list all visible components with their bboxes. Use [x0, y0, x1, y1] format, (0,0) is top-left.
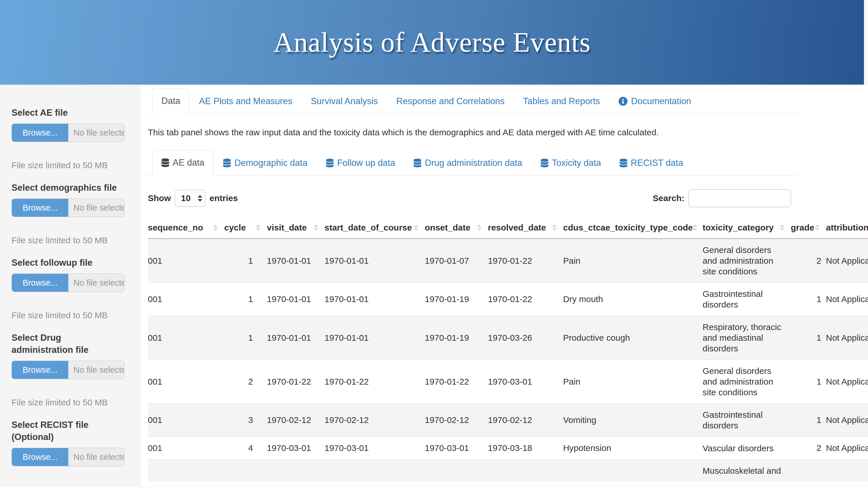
tab-ae-plots-and-measures[interactable]: AE Plots and Measures: [190, 89, 301, 114]
column-header-cycle[interactable]: cycle: [224, 217, 267, 238]
subtab-drug-administration-data[interactable]: Drug administration data: [405, 151, 531, 175]
subtab-toxicity-data[interactable]: Toxicity data: [532, 151, 610, 175]
main-content: Data AE Plots and Measures Survival Anal…: [141, 85, 868, 486]
table-body: 001 1 1970-01-01 1970-01-01 1970-01-07 1…: [148, 238, 868, 482]
cell-visit-date: 1970-01-01: [267, 283, 324, 316]
sort-icon[interactable]: [815, 225, 819, 231]
database-icon: [540, 159, 549, 167]
tab-data[interactable]: Data: [152, 88, 189, 114]
browse-button[interactable]: Browse...: [12, 448, 68, 466]
subtab-ae-data[interactable]: AE data: [152, 150, 213, 175]
select-stepper-icon: [198, 195, 202, 202]
cell-toxicity-category: Respiratory, thoracic and mediastinal di…: [703, 316, 791, 360]
subtab-demographic-data[interactable]: Demographic data: [214, 151, 316, 175]
tab-tables-and-reports[interactable]: Tables and Reports: [515, 89, 609, 114]
file-name-text: No file selected: [68, 124, 124, 142]
page-size-select[interactable]: 10: [175, 190, 206, 207]
cell-attribution: Not Applicable: [826, 360, 868, 404]
sort-icon[interactable]: [477, 225, 482, 231]
subtab-follow-up-data[interactable]: Follow up data: [317, 151, 404, 175]
cell-toxicity-type: Productive cough: [563, 316, 703, 360]
file-name-text: No file selected: [68, 448, 124, 466]
cell-toxicity-type: Vomiting: [563, 404, 703, 437]
followup-file-input[interactable]: Browse... No file selected: [11, 274, 124, 292]
file-size-note: File size limited to 50 MB: [11, 310, 128, 320]
browse-button[interactable]: Browse...: [12, 274, 68, 292]
cell-attribution: Not Applicable: [826, 437, 868, 460]
cell-onset-date: 1970-01-19: [425, 316, 488, 360]
cell-onset-date: 1970-01-07: [425, 238, 488, 283]
cell-start-date-of-course: 1970-03-01: [324, 437, 425, 460]
column-header-visit-date[interactable]: visit_date: [267, 217, 324, 238]
data-subtab-bar: AE data Demographic data Follow up data …: [148, 150, 797, 175]
table-header: sequence_no cycle visit_date start_date_…: [148, 217, 868, 238]
cell-onset-date: [425, 460, 488, 482]
info-circle-icon: [618, 97, 628, 106]
cell-grade: 1: [791, 404, 826, 437]
tab-documentation[interactable]: Documentation: [610, 89, 700, 114]
cell-visit-date: [267, 460, 324, 482]
tab-response-and-correlations[interactable]: Response and Correlations: [388, 89, 513, 114]
column-header-start-date-of-course[interactable]: start_date_of_course: [324, 217, 425, 238]
ae-file-input[interactable]: Browse... No file selected: [11, 123, 124, 142]
browse-button[interactable]: Browse...: [12, 199, 68, 217]
cell-onset-date: 1970-01-22: [425, 360, 488, 404]
cell-visit-date: 1970-01-22: [267, 360, 324, 404]
database-icon: [413, 159, 421, 167]
sort-icon[interactable]: [314, 225, 318, 231]
browse-button[interactable]: Browse...: [12, 124, 68, 142]
sort-icon[interactable]: [693, 225, 698, 231]
followup-file-label: Select followup file: [11, 257, 124, 269]
page-length-control: Show 10 entries: [148, 190, 238, 207]
cell-onset-date: 1970-02-12: [425, 404, 488, 437]
column-header-sequence-no[interactable]: sequence_no: [148, 217, 224, 238]
cell-visit-date: 1970-01-01: [267, 238, 324, 283]
cell-onset-date: 1970-03-01: [425, 437, 488, 460]
column-header-grade[interactable]: grade: [791, 217, 826, 238]
search-input[interactable]: [688, 189, 791, 207]
table-row: 001 2 1970-01-22 1970-01-22 1970-01-22 1…: [148, 360, 868, 404]
cell-grade: 1: [791, 316, 826, 360]
file-name-text: No file selected: [68, 199, 124, 217]
subtab-recist-data[interactable]: RECIST data: [611, 151, 692, 175]
cell-visit-date: 1970-01-01: [267, 316, 324, 360]
sort-icon[interactable]: [256, 225, 260, 231]
sort-icon[interactable]: [552, 225, 557, 231]
column-header-toxicity-category[interactable]: toxicity_category: [703, 217, 791, 238]
browse-button[interactable]: Browse...: [12, 361, 68, 379]
cell-resolved-date: 1970-03-01: [488, 360, 563, 404]
sort-icon[interactable]: [414, 225, 418, 231]
ae-file-label: Select AE file: [11, 107, 124, 119]
demographics-file-input[interactable]: Browse... No file selected: [11, 199, 124, 217]
tab-survival-analysis[interactable]: Survival Analysis: [302, 89, 386, 114]
recist-file-input[interactable]: Browse... No file selected: [11, 448, 124, 466]
cell-sequence-no: 001: [148, 404, 224, 437]
database-icon: [161, 159, 169, 167]
cell-grade: 1: [791, 360, 826, 404]
cell-sequence-no: [148, 460, 224, 482]
column-header-resolved-date[interactable]: resolved_date: [488, 217, 563, 238]
column-header-onset-date[interactable]: onset_date: [425, 217, 488, 238]
demographics-file-label: Select demographics file: [11, 182, 124, 194]
cell-resolved-date: 1970-03-18: [488, 437, 563, 460]
sidebar: Select AE file Browse... No file selecte…: [0, 85, 141, 486]
cell-attribution: Not Applicable: [826, 238, 868, 283]
search-label: Search:: [653, 193, 684, 203]
file-name-text: No file selected: [68, 274, 124, 292]
sort-icon[interactable]: [213, 225, 218, 231]
cell-sequence-no: 001: [148, 360, 224, 404]
column-header-cdus-ctcae-toxicity-type-code[interactable]: cdus_ctcae_toxicity_type_code: [563, 217, 703, 238]
cell-toxicity-category: Vascular disorders: [703, 437, 791, 460]
cell-attribution: Not Applicable: [826, 316, 868, 360]
drug-admin-file-input[interactable]: Browse... No file selected: [11, 361, 124, 379]
entries-label: entries: [210, 193, 238, 203]
database-icon: [326, 159, 334, 167]
cell-toxicity-type: Pain: [563, 238, 703, 283]
sort-icon[interactable]: [780, 225, 784, 231]
cell-resolved-date: 1970-02-12: [488, 404, 563, 437]
cell-toxicity-category: Musculoskeletal and: [703, 460, 791, 482]
cell-resolved-date: [488, 460, 563, 482]
table-row: 001 4 1970-03-01 1970-03-01 1970-03-01 1…: [148, 437, 868, 460]
column-header-attribution[interactable]: attribution: [826, 217, 868, 238]
file-name-text: No file selected: [68, 361, 124, 379]
